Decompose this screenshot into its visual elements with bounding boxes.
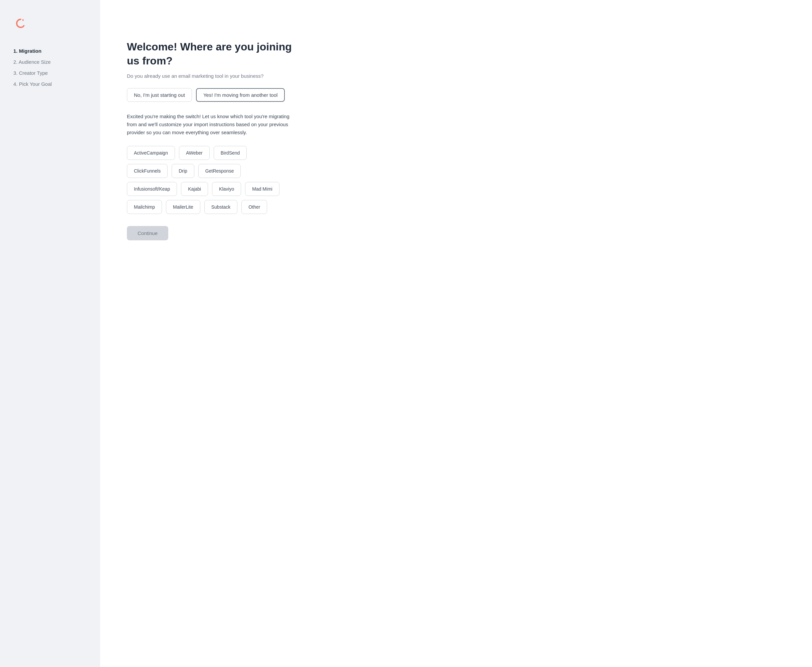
logo-container: [13, 16, 87, 32]
tool-mad-mimi[interactable]: Mad Mimi: [245, 182, 279, 196]
yes-moving-tool-button[interactable]: Yes! I'm moving from another tool: [196, 88, 285, 102]
tool-clickfunnels[interactable]: ClickFunnels: [127, 164, 168, 178]
toggle-buttons: No, I'm just starting out Yes! I'm movin…: [127, 88, 301, 102]
tool-infusionsoft[interactable]: Infusionsoft/Keap: [127, 182, 177, 196]
tool-klaviyo[interactable]: Klaviyo: [212, 182, 241, 196]
sidebar: 1. Migration 2. Audience Size 3. Creator…: [0, 0, 100, 667]
tool-kajabi[interactable]: Kajabi: [181, 182, 208, 196]
tool-row-1: ActiveCampaign AWeber BirdSend: [127, 146, 301, 160]
tool-row-3: Infusionsoft/Keap Kajabi Klaviyo Mad Mim…: [127, 182, 301, 196]
tool-activecampaign[interactable]: ActiveCampaign: [127, 146, 175, 160]
tool-aweber[interactable]: AWeber: [179, 146, 210, 160]
step-pick-goal[interactable]: 4. Pick Your Goal: [13, 81, 87, 87]
svg-point-0: [13, 16, 28, 31]
migration-info: Excited you're making the switch! Let us…: [127, 113, 301, 136]
step-audience-size[interactable]: 2. Audience Size: [13, 59, 87, 65]
tool-mailerlite[interactable]: MailerLite: [166, 200, 200, 214]
step-creator-type[interactable]: 3. Creator Type: [13, 70, 87, 76]
tool-substack[interactable]: Substack: [204, 200, 238, 214]
tool-row-4: Mailchimp MailerLite Substack Other: [127, 200, 301, 214]
tool-grid: ActiveCampaign AWeber BirdSend ClickFunn…: [127, 146, 301, 214]
tool-getresponse[interactable]: GetResponse: [198, 164, 241, 178]
tool-birdsend[interactable]: BirdSend: [214, 146, 247, 160]
step-migration[interactable]: 1. Migration: [13, 48, 87, 54]
main-content: Welcome! Where are you joining us from? …: [100, 0, 812, 667]
tool-mailchimp[interactable]: Mailchimp: [127, 200, 162, 214]
logo-icon: [13, 16, 28, 31]
page-title: Welcome! Where are you joining us from?: [127, 40, 301, 68]
tool-other[interactable]: Other: [241, 200, 267, 214]
nav-steps: 1. Migration 2. Audience Size 3. Creator…: [13, 48, 87, 87]
no-starting-out-button[interactable]: No, I'm just starting out: [127, 88, 192, 102]
subtitle: Do you already use an email marketing to…: [127, 73, 301, 79]
content-wrapper: Welcome! Where are you joining us from? …: [127, 40, 301, 241]
tool-row-2: ClickFunnels Drip GetResponse: [127, 164, 301, 178]
continue-button[interactable]: Continue: [127, 226, 168, 241]
tool-drip[interactable]: Drip: [172, 164, 194, 178]
